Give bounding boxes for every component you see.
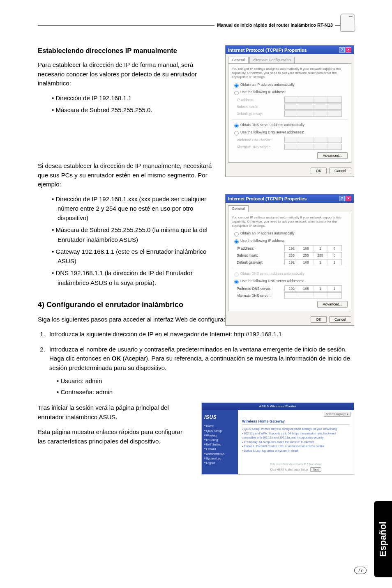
admin-quick-links: Quick Setup: Wizard steps to configure b… — [242, 427, 350, 453]
use-dns-label: Use the following DNS server addresses: — [240, 279, 304, 283]
language-label: Español — [378, 521, 388, 557]
ip-input[interactable]: 19216818 — [284, 245, 342, 251]
tcpip-dialog-auto: Internet Protocol (TCP/IP) Properties ? … — [225, 45, 354, 177]
obtain-dns-label: Obtain DNS server address automatically — [240, 123, 304, 127]
cancel-button[interactable]: Cancel — [329, 168, 351, 174]
list-item: Dirección de IP 192.168.1.1 — [52, 93, 214, 103]
use-ip-label: Use the following IP address: — [240, 239, 286, 243]
help-icon[interactable]: ? — [339, 47, 345, 53]
admin-foot-note: This site is best viewed with IE 6.0 or … — [238, 463, 354, 466]
quick-link[interactable]: Firewall / Parental Control: URL or addr… — [242, 444, 350, 449]
advanced-button[interactable]: Advanced... — [317, 301, 348, 308]
config-steps: Introduzca la siguiente dirección de IP … — [38, 330, 354, 397]
mask-input[interactable]: 2552552550 — [284, 252, 342, 258]
step-1: Introduzca la siguiente dirección de IP … — [47, 330, 354, 339]
obtain-ip-label: Obtain an IP address automatically — [240, 83, 295, 87]
sidebar-item[interactable]: Quick Setup — [204, 429, 235, 433]
list-item: DNS 192.168.1.1 (la dirección de IP del … — [52, 268, 214, 287]
step-2: Introduzca el nombre de usuario y contra… — [47, 345, 354, 397]
quick-link[interactable]: Quick Setup: Wizard steps to configure b… — [242, 427, 350, 432]
list-item: Dirección de IP 192.168.1.xxx (xxx puede… — [52, 194, 214, 223]
segment-values-list: Dirección de IP 192.168.1.xxx (xxx puede… — [52, 194, 214, 287]
alt-dns-input — [284, 144, 342, 150]
ok-button[interactable]: OK — [311, 316, 327, 323]
next-button[interactable]: Next — [310, 467, 321, 472]
step-2-bold: OK — [112, 355, 121, 362]
obtain-ip-label: Obtain an IP address automatically — [240, 231, 295, 235]
quick-link[interactable]: IP Sharing: All computers share the same… — [242, 440, 350, 445]
sidebar-item[interactable]: IP Config — [204, 438, 235, 442]
quick-link[interactable]: Status & Log: log status of system in de… — [242, 449, 350, 453]
tab-general[interactable]: General — [228, 205, 249, 212]
list-item: Máscara de Subred 255.255.255.0. — [52, 105, 214, 115]
cancel-button[interactable]: Cancel — [329, 316, 351, 323]
gw-input[interactable]: 19216811 — [284, 259, 342, 265]
obtain-dns-label: Obtain DNS server address automatically — [240, 271, 304, 276]
use-dns-radio[interactable] — [234, 280, 238, 284]
manual-title: Manual de inicio rápido del router inalá… — [214, 18, 335, 28]
use-ip-radio[interactable] — [234, 239, 238, 243]
tab-general[interactable]: General — [228, 57, 249, 63]
tab-alternate[interactable]: Alternate Configuration — [249, 57, 295, 63]
gw-label: Default gateway: — [237, 260, 282, 264]
language-select[interactable]: Select Language ▾ — [324, 412, 350, 417]
pref-dns-input — [284, 137, 342, 143]
segment-intro: Si desea establecer la dirección de IP m… — [38, 161, 214, 189]
sidebar-item[interactable]: Wireless — [204, 433, 235, 438]
ip-label: IP address: — [237, 246, 282, 250]
router-admin-screenshot: ASUS Wireless Router /SUS Home Quick Set… — [201, 402, 354, 475]
use-ip-label: Use the following IP address: — [240, 90, 286, 94]
mask-label: Subnet mask: — [237, 253, 282, 257]
list-item: Contraseña: admin — [54, 388, 354, 397]
credentials-list: Usuario: admin Contraseña: admin — [54, 377, 354, 397]
alt-dns-label: Alternate DNS server: — [237, 294, 282, 298]
use-dns-label: Use the following DNS server addresses: — [240, 130, 304, 134]
alt-dns-label: Alternate DNS server: — [237, 145, 282, 149]
use-ip-radio[interactable] — [234, 91, 238, 95]
language-side-tab: Español — [374, 501, 392, 577]
obtain-ip-radio[interactable] — [234, 83, 238, 87]
obtain-dns-radio — [234, 272, 238, 276]
ip-input — [284, 96, 342, 103]
ip-label: IP address: — [237, 98, 282, 102]
sidebar-item[interactable]: NAT Setting — [204, 442, 235, 447]
after-login-2: Esta página muestra enlaces rápidos para… — [38, 427, 191, 446]
advanced-button[interactable]: Advanced... — [317, 152, 348, 159]
gw-label: Default gateway: — [237, 112, 282, 116]
sidebar-item[interactable]: Administration — [204, 452, 235, 456]
close-icon[interactable]: × — [346, 196, 351, 201]
admin-panel-title: Wireless Home Gateway — [242, 419, 350, 425]
list-item: Usuario: admin — [54, 377, 354, 386]
obtain-dns-radio[interactable] — [234, 124, 238, 128]
list-item: Máscara de Subred 255.255.255.0 (la mism… — [52, 225, 214, 244]
list-item: Gateway 192.168.1.1 (este es el Enrutado… — [52, 247, 214, 266]
close-icon[interactable]: × — [346, 47, 351, 53]
admin-topbar: ASUS Wireless Router — [202, 403, 354, 410]
sidebar-item[interactable]: System Log — [204, 456, 235, 461]
dialog-title: Internet Protocol (TCP/IP) Properties — [228, 48, 307, 53]
admin-sidebar: /SUS Home Quick Setup Wireless IP Config… — [202, 410, 238, 474]
mask-label: Subnet mask: — [237, 105, 282, 109]
mask-input — [284, 103, 342, 110]
admin-foot-text: Click HERE to start quick Setup — [270, 468, 308, 471]
dialog-description: You can get IP settings assigned automat… — [232, 216, 348, 228]
tcpip-dialog-manual: Internet Protocol (TCP/IP) Properties ? … — [225, 194, 354, 326]
ok-button[interactable]: OK — [311, 168, 327, 174]
sidebar-item[interactable]: Home — [204, 424, 235, 428]
dialog-description: You can get IP settings assigned automat… — [232, 67, 348, 79]
obtain-ip-radio[interactable] — [234, 232, 238, 236]
gw-input — [284, 110, 342, 117]
sidebar-item[interactable]: Firewall — [204, 447, 235, 451]
sidebar-item[interactable]: Logout — [204, 461, 235, 465]
dialog-title: Internet Protocol (TCP/IP) Properties — [228, 196, 307, 201]
pref-dns-label: Preferred DNS server: — [237, 287, 282, 291]
manual-ip-intro: Para establecer la dirección de IP de fo… — [38, 60, 214, 88]
pref-dns-input[interactable]: 19216811 — [284, 285, 342, 292]
asus-logo: /SUS — [204, 413, 235, 421]
use-dns-radio[interactable] — [234, 131, 238, 135]
alt-dns-input[interactable] — [284, 292, 342, 299]
help-icon[interactable]: ? — [339, 196, 345, 201]
header-rule: Manual de inicio rápido del router inalá… — [38, 25, 354, 38]
router-icon — [340, 14, 355, 32]
quick-link[interactable]: 802.11g and WPA: Supports up to 54 Mbps … — [242, 432, 350, 440]
